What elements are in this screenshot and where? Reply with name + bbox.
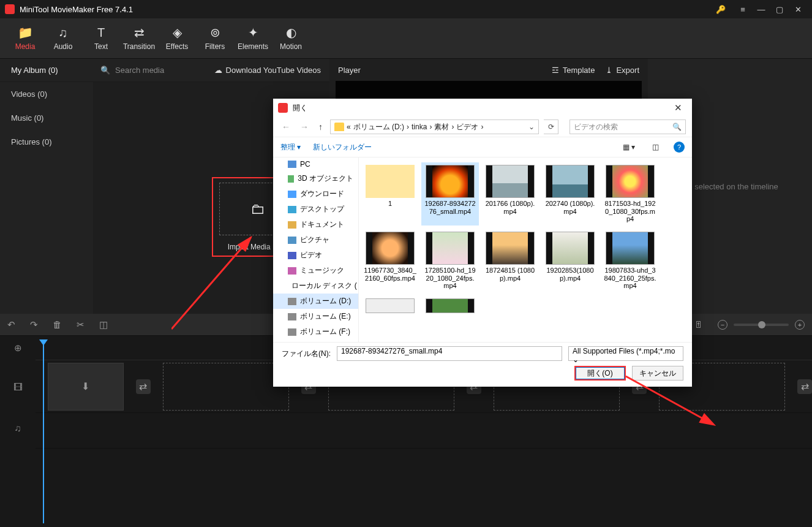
sidebar-item-videos[interactable]: Videos (0) <box>0 82 93 106</box>
tab-filters[interactable]: ⊚Filters <box>196 26 234 51</box>
zoom-in-button[interactable]: + <box>795 320 805 330</box>
svg-line-0 <box>171 237 251 329</box>
clip-slot[interactable]: ⬇ <box>48 363 124 411</box>
filename-input[interactable]: 192687-893427276_small.mp4 <box>337 346 562 361</box>
template-icon: ☲ <box>552 66 559 75</box>
export-button[interactable]: ⤓Export <box>606 66 639 75</box>
tab-label: Filters <box>205 42 225 51</box>
zoom-knob[interactable] <box>758 321 765 328</box>
tab-audio[interactable]: ♫Audio <box>44 26 82 51</box>
tree-node[interactable]: ローカル ディスク ( <box>273 278 358 294</box>
album-tab[interactable]: My Album (0) <box>0 66 93 75</box>
path-segment[interactable]: 素材 <box>434 122 449 132</box>
file-item[interactable]: 201766 (1080p).mp4 <box>481 162 539 226</box>
tab-transition[interactable]: ⇄Transition <box>120 26 158 51</box>
playhead[interactable] <box>43 339 44 523</box>
file-thumbnail <box>606 165 655 198</box>
template-button[interactable]: ☲Template <box>552 66 595 75</box>
split-button[interactable]: ✂ <box>77 319 85 330</box>
player-title: Player <box>338 66 361 75</box>
zoom-slider[interactable] <box>734 324 789 326</box>
open-button[interactable]: 開く(O) <box>574 366 626 381</box>
tree-node[interactable]: ピクチャ <box>273 232 358 248</box>
sidebar-item-pictures[interactable]: Pictures (0) <box>0 130 93 154</box>
minimize-button[interactable]: — <box>752 0 770 18</box>
app-logo <box>5 4 15 14</box>
nav-forward-button[interactable]: → <box>298 122 311 132</box>
filetype-select[interactable]: All Supported Files (*.mp4;*.mo ⌄ <box>568 346 683 361</box>
organize-button[interactable]: 整理 ▾ <box>280 142 301 153</box>
file-item[interactable]: 11967730_3840_2160_60fps.mp4 <box>361 229 419 292</box>
track-header: ⊕ 🎞 ♫ <box>0 336 36 527</box>
sidebar-item-music[interactable]: Music (0) <box>0 106 93 130</box>
search-placeholder: ビデオの検索 <box>574 122 618 132</box>
dialog-close-button[interactable]: ✕ <box>669 102 687 113</box>
help-button[interactable]: ? <box>674 142 685 153</box>
tree-node[interactable]: 3D オブジェクト <box>273 171 358 186</box>
tab-motion[interactable]: ◐Motion <box>272 26 310 51</box>
transition-slot[interactable]: ⇄ <box>136 379 151 394</box>
chevron-down-icon[interactable]: ⌄ <box>528 123 535 131</box>
address-bar[interactable]: « ボリューム (D:)› tinka› 素材› ビデオ› ⌄ <box>330 119 539 134</box>
tree-node[interactable]: ボリューム (F:) <box>273 324 358 339</box>
tree-label: ダウンロード <box>300 189 344 199</box>
file-item[interactable]: 18724815 (1080p).mp4 <box>481 229 539 292</box>
file-item[interactable]: 1 <box>361 162 419 226</box>
button-label: 開く(O) <box>587 368 612 379</box>
path-segment[interactable]: tinka <box>412 123 427 131</box>
tab-label: Audio <box>54 42 73 51</box>
file-thumbnail <box>486 165 535 198</box>
folder-tree[interactable]: PC3D オブジェクトダウンロードデスクトップドキュメントピクチャビデオミュージ… <box>273 157 359 342</box>
audio-settings-icon[interactable]: 🎚 <box>694 319 703 330</box>
nav-up-button[interactable]: ↑ <box>316 122 325 132</box>
view-mode-button[interactable]: ▦ ▾ <box>620 143 637 151</box>
tree-icon <box>288 161 296 168</box>
nav-back-button[interactable]: ← <box>279 122 293 132</box>
tree-node[interactable]: ドキュメント <box>273 217 358 232</box>
tree-node[interactable]: ボリューム (D:) <box>273 294 358 309</box>
file-item[interactable]: 17285100-hd_1920_1080_24fps.mp4 <box>421 229 479 292</box>
crop-button[interactable]: ◫ <box>99 319 108 330</box>
tree-node[interactable]: ビデオ <box>273 248 358 263</box>
path-segment[interactable]: ボリューム (D:) <box>353 122 404 132</box>
download-youtube-button[interactable]: ☁Download YouTube Videos <box>206 66 329 75</box>
tree-icon <box>288 221 296 229</box>
transition-slot[interactable]: ⇄ <box>797 379 812 394</box>
tree-node[interactable]: ボリューム (E:) <box>273 309 358 324</box>
file-item[interactable]: 192687-893427276_small.mp4 <box>421 162 479 226</box>
file-name: 18724815 (1080p).mp4 <box>484 267 536 282</box>
clip-slot[interactable] <box>163 363 290 411</box>
file-item[interactable]: 19807833-uhd_3840_2160_25fps.mp4 <box>601 229 659 292</box>
tree-node[interactable]: ミュージック <box>273 263 358 278</box>
tree-node[interactable]: PC <box>273 157 358 171</box>
redo-button[interactable]: ↷ <box>30 319 38 330</box>
zoom-out-button[interactable]: − <box>718 320 727 330</box>
close-button[interactable]: ✕ <box>789 0 807 18</box>
new-folder-button[interactable]: 新しいフォルダー <box>313 142 372 153</box>
dialog-search-input[interactable]: ビデオの検索 🔍 <box>570 119 686 134</box>
tab-elements[interactable]: ✦Elements <box>234 26 272 51</box>
menu-icon[interactable]: ≡ <box>734 0 752 18</box>
tree-node[interactable]: ダウンロード <box>273 186 358 202</box>
file-item[interactable] <box>421 296 479 317</box>
delete-button[interactable]: 🗑 <box>53 319 62 330</box>
file-list[interactable]: 1192687-893427276_small.mp4201766 (1080p… <box>359 157 692 342</box>
undo-button[interactable]: ↶ <box>7 319 15 330</box>
preview-pane-button[interactable]: ◫ <box>650 143 661 151</box>
file-item[interactable]: 8171503-hd_1920_1080_30fps.mp4 <box>601 162 659 226</box>
file-item[interactable] <box>361 296 419 317</box>
tab-media[interactable]: 📁Media <box>6 26 44 51</box>
tab-effects[interactable]: ◈Effects <box>158 26 196 51</box>
premium-key-icon[interactable]: 🔑 <box>712 0 730 18</box>
maximize-button[interactable]: ▢ <box>770 0 789 18</box>
tab-text[interactable]: TText <box>82 26 120 51</box>
path-segment[interactable]: ビデオ <box>456 122 478 132</box>
search-input[interactable]: 🔍Search media <box>93 66 206 75</box>
file-item[interactable]: 19202853(1080p).mp4 <box>541 229 599 292</box>
add-track-button[interactable]: ⊕ <box>0 336 36 360</box>
tree-label: PC <box>300 160 310 169</box>
refresh-button[interactable]: ⟳ <box>544 119 558 134</box>
file-item[interactable]: 202740 (1080p).mp4 <box>541 162 599 226</box>
tree-icon <box>288 191 296 198</box>
tree-node[interactable]: デスクトップ <box>273 202 358 217</box>
